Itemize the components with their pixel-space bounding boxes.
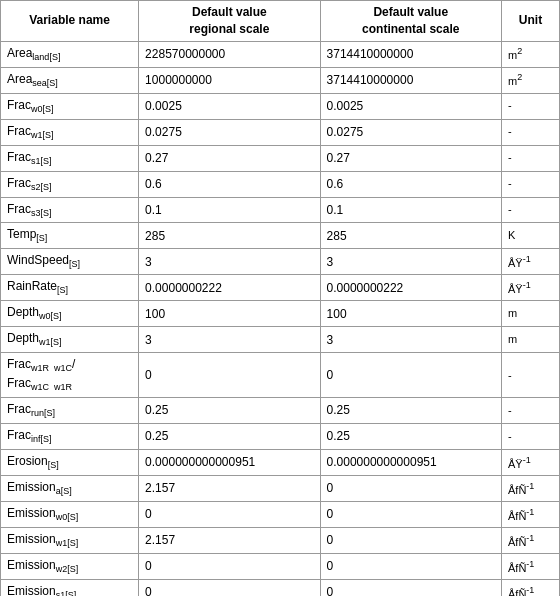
continental-value-cell: 285 — [320, 223, 501, 249]
regional-value-cell: 0 — [139, 502, 320, 528]
regional-value-cell: 0 — [139, 554, 320, 580]
continental-value-cell: 0.25 — [320, 398, 501, 424]
regional-value-cell: 0 — [139, 580, 320, 596]
unit-cell: ÅŸ-1 — [501, 249, 559, 275]
table-row: Fracw0[S]0.00250.0025- — [1, 93, 560, 119]
regional-value-cell: 0.1 — [139, 197, 320, 223]
var-name-cell: WindSpeed[S] — [1, 249, 139, 275]
regional-value-cell: 285 — [139, 223, 320, 249]
continental-value-cell: 0.25 — [320, 424, 501, 450]
continental-value-cell: 0 — [320, 353, 501, 398]
continental-value-cell: 0.27 — [320, 145, 501, 171]
regional-value-cell: 2.157 — [139, 528, 320, 554]
regional-value-cell: 0.0000000222 — [139, 275, 320, 301]
continental-value-cell: 3 — [320, 327, 501, 353]
col-header-regional: Default valueregional scale — [139, 1, 320, 42]
var-name-cell: Emissionw0[S] — [1, 502, 139, 528]
var-name-cell: Fracw1[S] — [1, 119, 139, 145]
continental-value-cell: 0 — [320, 476, 501, 502]
unit-cell: m2 — [501, 67, 559, 93]
regional-value-cell: 228570000000 — [139, 41, 320, 67]
continental-value-cell: 0 — [320, 528, 501, 554]
table-row: Emissionw2[S]00ÅfÑ-1 — [1, 554, 560, 580]
unit-cell: - — [501, 353, 559, 398]
continental-value-cell: 3 — [320, 249, 501, 275]
unit-cell: ÅfÑ-1 — [501, 476, 559, 502]
var-name-cell: Fracs3[S] — [1, 197, 139, 223]
table-row: Emissiona[S]2.1570ÅfÑ-1 — [1, 476, 560, 502]
regional-value-cell: 2.157 — [139, 476, 320, 502]
table-row: Erosion[S]0.0000000000009510.00000000000… — [1, 450, 560, 476]
regional-value-cell: 0 — [139, 353, 320, 398]
table-row: Temp[S]285285K — [1, 223, 560, 249]
regional-value-cell: 0.27 — [139, 145, 320, 171]
table-row: WindSpeed[S]33ÅŸ-1 — [1, 249, 560, 275]
unit-cell: ÅfÑ-1 — [501, 554, 559, 580]
table-row: Fracinf[S]0.250.25- — [1, 424, 560, 450]
unit-cell: m — [501, 301, 559, 327]
table-row: Arealand[S]2285700000003714410000000m2 — [1, 41, 560, 67]
continental-value-cell: 100 — [320, 301, 501, 327]
regional-value-cell: 0.0025 — [139, 93, 320, 119]
continental-value-cell: 0.1 — [320, 197, 501, 223]
unit-cell: K — [501, 223, 559, 249]
regional-value-cell: 3 — [139, 249, 320, 275]
table-row: Fracrun[S]0.250.25- — [1, 398, 560, 424]
unit-cell: - — [501, 93, 559, 119]
table-row: Depthw0[S]100100m — [1, 301, 560, 327]
parameters-table: Variable name Default valueregional scal… — [0, 0, 560, 596]
continental-value-cell: 0.6 — [320, 171, 501, 197]
unit-cell: ÅŸ-1 — [501, 275, 559, 301]
col-header-variable: Variable name — [1, 1, 139, 42]
var-name-cell: Fracs1[S] — [1, 145, 139, 171]
unit-cell: - — [501, 398, 559, 424]
table-row: Emissions1[S]00ÅfÑ-1 — [1, 580, 560, 596]
unit-cell: - — [501, 171, 559, 197]
regional-value-cell: 0.25 — [139, 398, 320, 424]
unit-cell: - — [501, 119, 559, 145]
continental-value-cell: 0.0275 — [320, 119, 501, 145]
continental-value-cell: 0.0025 — [320, 93, 501, 119]
var-name-cell: Depthw0[S] — [1, 301, 139, 327]
table-row: Fracw1R w1C/Fracw1C w1R00- — [1, 353, 560, 398]
table-row: Emissionw1[S]2.1570ÅfÑ-1 — [1, 528, 560, 554]
var-name-cell: Temp[S] — [1, 223, 139, 249]
unit-cell: ÅfÑ-1 — [501, 502, 559, 528]
unit-cell: ÅfÑ-1 — [501, 528, 559, 554]
regional-value-cell: 1000000000 — [139, 67, 320, 93]
unit-cell: ÅfÑ-1 — [501, 580, 559, 596]
table-row: Fracs2[S]0.60.6- — [1, 171, 560, 197]
var-name-cell: Emissiona[S] — [1, 476, 139, 502]
unit-cell: - — [501, 145, 559, 171]
continental-value-cell: 0 — [320, 554, 501, 580]
col-header-unit: Unit — [501, 1, 559, 42]
var-name-cell: Fracrun[S] — [1, 398, 139, 424]
continental-value-cell: 0 — [320, 580, 501, 596]
continental-value-cell: 0.0000000222 — [320, 275, 501, 301]
continental-value-cell: 3714410000000 — [320, 41, 501, 67]
table-row: Fracs1[S]0.270.27- — [1, 145, 560, 171]
var-name-cell: Fracinf[S] — [1, 424, 139, 450]
table-row: Emissionw0[S]00ÅfÑ-1 — [1, 502, 560, 528]
continental-value-cell: 3714410000000 — [320, 67, 501, 93]
regional-value-cell: 100 — [139, 301, 320, 327]
var-name-cell: Emissionw1[S] — [1, 528, 139, 554]
table-row: RainRate[S]0.00000002220.0000000222ÅŸ-1 — [1, 275, 560, 301]
var-name-cell: Erosion[S] — [1, 450, 139, 476]
unit-cell: ÅŸ-1 — [501, 450, 559, 476]
var-name-cell: Fracs2[S] — [1, 171, 139, 197]
var-name-cell: Depthw1[S] — [1, 327, 139, 353]
var-name-cell: Fracw1R w1C/Fracw1C w1R — [1, 353, 139, 398]
regional-value-cell: 3 — [139, 327, 320, 353]
table-row: Fracw1[S]0.02750.0275- — [1, 119, 560, 145]
table-row: Areasea[S]10000000003714410000000m2 — [1, 67, 560, 93]
var-name-cell: Emissionw2[S] — [1, 554, 139, 580]
table-row: Depthw1[S]33m — [1, 327, 560, 353]
var-name-cell: Emissions1[S] — [1, 580, 139, 596]
col-header-continental: Default valuecontinental scale — [320, 1, 501, 42]
var-name-cell: Arealand[S] — [1, 41, 139, 67]
regional-value-cell: 0.25 — [139, 424, 320, 450]
continental-value-cell: 0 — [320, 502, 501, 528]
unit-cell: - — [501, 424, 559, 450]
unit-cell: - — [501, 197, 559, 223]
